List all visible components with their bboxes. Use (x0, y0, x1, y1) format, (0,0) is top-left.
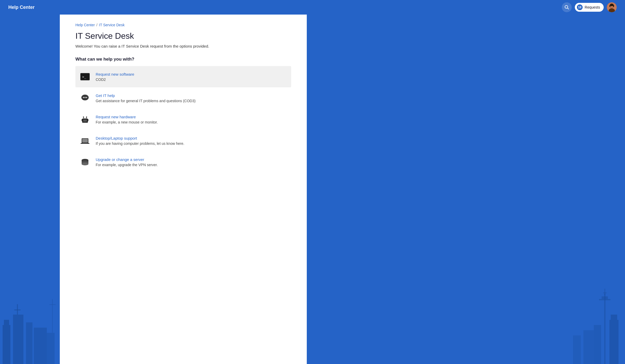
service-item-request-new-software[interactable]: >_ Request new software COD2 (75, 66, 291, 87)
svg-rect-16 (14, 309, 21, 310)
svg-rect-18 (49, 304, 56, 305)
svg-rect-53 (594, 325, 601, 364)
svg-rect-55 (573, 335, 581, 364)
main-content: Help Center / IT Service Desk IT Service… (60, 15, 307, 364)
service-title-request-new-software[interactable]: Request new software (96, 72, 134, 76)
requests-label: Requests (585, 5, 600, 9)
laptop-icon (80, 135, 90, 146)
breadcrumb-separator: / (96, 23, 97, 27)
service-title-upgrade-server[interactable]: Upgrade or change a server (96, 157, 158, 162)
user-avatar[interactable] (607, 2, 617, 12)
svg-point-24 (83, 97, 84, 98)
svg-point-26 (86, 97, 87, 98)
service-item-desktop-laptop[interactable]: Desktop/Laptop support If you are having… (75, 130, 291, 151)
svg-point-34 (86, 116, 87, 118)
svg-rect-12 (26, 322, 32, 364)
svg-rect-51 (604, 289, 605, 295)
service-item-upgrade-server[interactable]: Upgrade or change a server For example, … (75, 151, 291, 173)
service-desc-desktop-laptop: If you are having computer problems, let… (96, 141, 184, 146)
breadcrumb-home-link[interactable]: Help Center (75, 23, 95, 27)
svg-point-45 (82, 163, 88, 165)
header: Help Center 18 Requests (0, 0, 625, 15)
service-item-request-new-hardware[interactable]: Request new hardware For example, a new … (75, 109, 291, 130)
svg-rect-11 (13, 315, 23, 364)
svg-rect-13 (34, 328, 47, 364)
svg-line-1 (567, 8, 569, 9)
service-text-desktop-laptop: Desktop/Laptop support If you are having… (96, 136, 184, 146)
svg-rect-47 (611, 315, 617, 320)
svg-rect-50 (602, 296, 608, 299)
service-list: >_ Request new software COD2 (75, 66, 291, 173)
service-title-desktop-laptop[interactable]: Desktop/Laptop support (96, 136, 184, 140)
svg-rect-30 (87, 119, 88, 121)
search-button[interactable] (562, 2, 572, 12)
service-title-get-it-help[interactable]: Get IT help (96, 93, 196, 98)
avatar-image (607, 2, 617, 12)
svg-point-6 (610, 4, 614, 6)
svg-rect-54 (583, 330, 594, 364)
header-actions: 18 Requests (562, 2, 617, 12)
svg-rect-48 (604, 294, 606, 364)
page-title: IT Service Desk (75, 31, 291, 41)
svg-rect-28 (83, 120, 87, 122)
city-skyline-right (568, 273, 625, 364)
svg-rect-17 (52, 299, 53, 333)
svg-rect-46 (609, 320, 619, 364)
svg-rect-49 (599, 299, 610, 300)
requests-badge: 18 (577, 4, 583, 10)
service-text-upgrade-server: Upgrade or change a server For example, … (96, 157, 158, 167)
right-background (307, 15, 625, 364)
svg-rect-29 (82, 119, 83, 121)
service-text-request-new-hardware: Request new hardware For example, a new … (96, 115, 158, 124)
svg-text:>_: >_ (82, 75, 86, 79)
search-icon (564, 5, 569, 10)
svg-rect-52 (603, 292, 607, 293)
service-title-request-new-hardware[interactable]: Request new hardware (96, 115, 158, 119)
server-icon (80, 157, 90, 167)
service-item-get-it-help[interactable]: Get IT help Get assistance for general I… (75, 87, 291, 109)
service-desc-upgrade-server: For example, upgrade the VPN server. (96, 163, 158, 167)
left-background (0, 15, 60, 364)
section-heading: What can we help you with? (75, 57, 291, 62)
svg-rect-36 (82, 139, 88, 142)
hardware-icon (80, 114, 90, 125)
breadcrumb-current: IT Service Desk (99, 23, 125, 27)
page-layout: Help Center / IT Service Desk IT Service… (0, 15, 625, 364)
svg-rect-10 (4, 320, 9, 325)
chat-icon (80, 93, 90, 103)
service-desc-request-new-software: COD2 (96, 77, 134, 82)
breadcrumb: Help Center / IT Service Desk (75, 23, 291, 27)
city-skyline-left (0, 273, 60, 364)
service-text-get-it-help: Get IT help Get assistance for general I… (96, 93, 196, 103)
service-text-request-new-software: Request new software COD2 (96, 72, 134, 82)
svg-rect-38 (83, 143, 87, 143)
requests-button[interactable]: 18 Requests (575, 3, 604, 12)
service-desc-request-new-hardware: For example, a new mouse or monitor. (96, 120, 158, 124)
svg-point-7 (609, 5, 610, 7)
terminal-icon: >_ (80, 71, 90, 82)
service-desc-get-it-help: Get assistance for general IT problems a… (96, 99, 196, 103)
svg-point-8 (613, 5, 614, 7)
svg-rect-9 (3, 325, 10, 364)
svg-point-32 (83, 116, 84, 118)
page-subtitle: Welcome! You can raise a IT Service Desk… (75, 44, 291, 48)
header-title: Help Center (8, 5, 35, 10)
svg-rect-14 (47, 333, 55, 364)
svg-point-25 (84, 97, 86, 98)
